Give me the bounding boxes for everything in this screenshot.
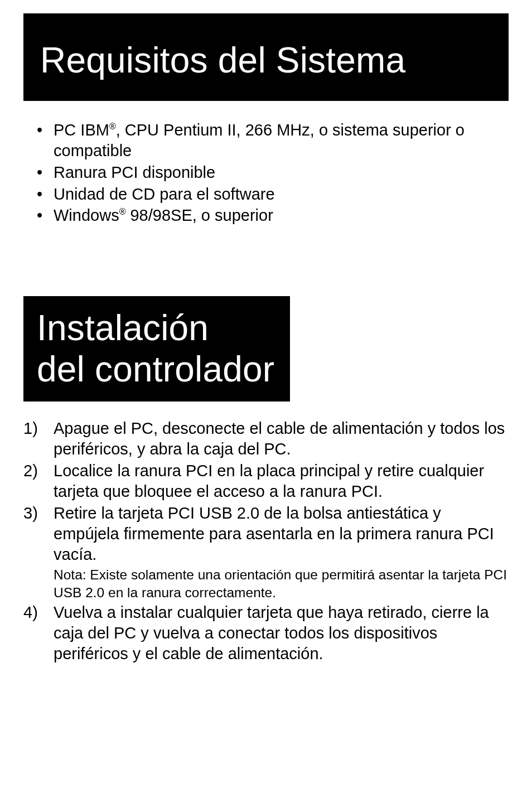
- step-number: 3): [23, 503, 46, 524]
- registered-mark: ®: [109, 122, 116, 131]
- list-item: Windows® 98/98SE, o superior: [23, 205, 509, 226]
- step-item: 4) Vuelva a instalar cualquier tarjeta q…: [23, 602, 509, 664]
- document-page: Requisitos del Sistema PC IBM®, CPU Pent…: [0, 0, 532, 798]
- step-item: 3) Retire la tarjeta PCI USB 2.0 de la b…: [23, 503, 509, 601]
- section-heading-requirements: Requisitos del Sistema: [23, 13, 509, 101]
- step-item: 2) Localice la ranura PCI en la placa pr…: [23, 461, 509, 502]
- step-number: 4): [23, 602, 46, 623]
- req-text-pre: Ranura PCI disponible: [54, 163, 215, 181]
- requirements-list: PC IBM®, CPU Pentium II, 266 MHz, o sist…: [23, 120, 509, 226]
- step-text: Localice la ranura PCI en la placa princ…: [54, 462, 484, 500]
- list-item: Ranura PCI disponible: [23, 162, 509, 183]
- list-item: Unidad de CD para el software: [23, 184, 509, 205]
- heading-text-line2: del controlador: [37, 349, 274, 389]
- list-item: PC IBM®, CPU Pentium II, 266 MHz, o sist…: [23, 120, 509, 161]
- req-text-post: 98/98SE, o superior: [125, 206, 273, 224]
- step-text: Retire la tarjeta PCI USB 2.0 de la bols…: [54, 504, 494, 563]
- step-number: 1): [23, 418, 46, 439]
- step-note: Nota: Existe solamente una orientación q…: [54, 566, 509, 601]
- req-text-pre: Windows: [54, 206, 119, 224]
- step-item: 1) Apague el PC, desconecte el cable de …: [23, 418, 509, 460]
- heading-text-line1: Instalación: [37, 308, 209, 348]
- step-text: Apague el PC, desconecte el cable de ali…: [54, 419, 505, 458]
- step-number: 2): [23, 461, 46, 481]
- req-text-pre: PC IBM: [54, 121, 109, 139]
- installation-steps: 1) Apague el PC, desconecte el cable de …: [23, 418, 509, 665]
- registered-mark: ®: [119, 207, 126, 217]
- req-text-pre: Unidad de CD para el software: [54, 185, 275, 203]
- section-heading-installation: Instalación del controlador: [23, 296, 290, 401]
- heading-text: Requisitos del Sistema: [40, 40, 405, 80]
- step-text: Vuelva a instalar cualquier tarjeta que …: [54, 603, 489, 662]
